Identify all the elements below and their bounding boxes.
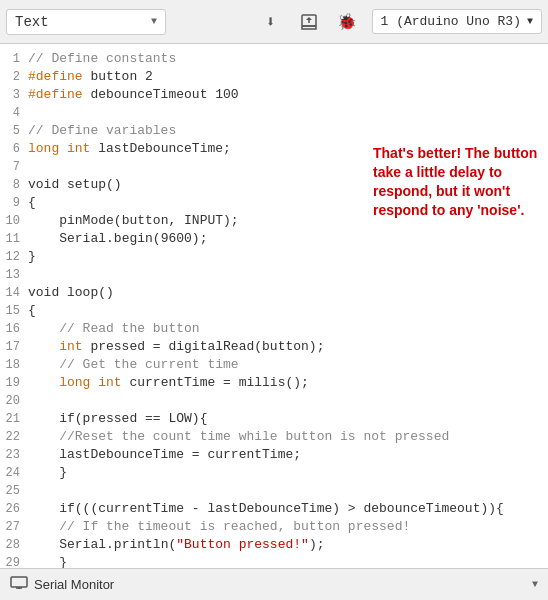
line-number: 10 [0,212,28,230]
line-number: 15 [0,302,28,320]
line-number: 13 [0,266,28,284]
token: () [98,285,114,300]
code-line: 19 long int currentTime = millis(); [0,374,548,392]
line-content: } [28,554,538,568]
line-content: pinMode(button, INPUT); [28,212,538,230]
mode-label: Text [15,14,49,30]
code-line: 28 Serial.println("Button pressed!"); [0,536,548,554]
line-number: 29 [0,554,28,568]
line-number: 11 [0,230,28,248]
mode-select[interactable]: Text ▼ [6,9,166,35]
token: ); [309,537,325,552]
code-line: 2#define button 2 [0,68,548,86]
token: millis [239,375,286,390]
debug-icon[interactable]: 🐞 [332,7,362,37]
code-line: 8void setup() [0,176,548,194]
line-content: int pressed = digitalRead(button); [28,338,538,356]
line-content: { [28,194,538,212]
upload-icon[interactable] [294,7,324,37]
token: "Button pressed!" [176,537,309,552]
line-number: 8 [0,176,28,194]
code-line: 21 if(pressed == LOW){ [0,410,548,428]
line-number: 28 [0,536,28,554]
token: pressed = [83,339,169,354]
line-number: 27 [0,518,28,536]
token: void [28,177,67,192]
line-number: 16 [0,320,28,338]
token: // Read the button [28,321,200,336]
line-content [28,392,538,410]
svg-rect-4 [11,577,27,587]
token: setup [67,177,106,192]
code-line: 9{ [0,194,548,212]
line-content: lastDebounceTime = currentTime; [28,446,538,464]
token: // Define variables [28,123,176,138]
token: lastDebounceTime; [90,141,230,156]
token: lastDebounceTime = currentTime; [28,447,301,462]
token: button 2 [83,69,153,84]
editor: 1// Define constants2#define button 23#d… [0,44,548,568]
line-content: } [28,248,538,266]
mode-chevron: ▼ [151,16,157,27]
board-chevron: ▼ [527,16,533,27]
line-number: 5 [0,122,28,140]
line-number: 2 [0,68,28,86]
token: println [114,537,169,552]
line-number: 1 [0,50,28,68]
token: { [28,195,36,210]
line-number: 3 [0,86,28,104]
bottom-bar-chevron: ▼ [532,579,538,590]
line-number: 17 [0,338,28,356]
line-content: // Define constants [28,50,538,68]
line-content: // Get the current time [28,356,538,374]
token: //Reset the count time while button is n… [28,429,449,444]
token: loop [67,285,98,300]
token: debounceTimeout 100 [83,87,239,102]
token: long int [28,141,90,156]
line-content [28,266,538,284]
monitor-svg [10,576,28,590]
token: } [28,249,36,264]
board-select[interactable]: 1 (Arduino Uno R3) ▼ [372,9,542,34]
line-content: #define debounceTimeout 100 [28,86,538,104]
line-content: long int lastDebounceTime; [28,140,538,158]
token: digitalRead [168,339,254,354]
code-line: 5// Define variables [0,122,548,140]
upload-svg [300,13,318,31]
code-line: 3#define debounceTimeout 100 [0,86,548,104]
line-content [28,158,538,176]
token: currentTime = [122,375,239,390]
toolbar-icons: ⬇ 🐞 [256,7,362,37]
code-line: 7 [0,158,548,176]
token: } [28,555,67,568]
code-line: 4 [0,104,548,122]
line-content: //Reset the count time while button is n… [28,428,538,446]
svg-rect-1 [302,26,316,29]
bottom-bar[interactable]: Serial Monitor ▼ [0,568,548,600]
code-line: 18 // Get the current time [0,356,548,374]
token: #define [28,87,83,102]
token: Serial. [28,231,114,246]
line-content: if(pressed == LOW){ [28,410,538,428]
code-line: 15{ [0,302,548,320]
code-line: 11 Serial.begin(9600); [0,230,548,248]
line-content: long int currentTime = millis(); [28,374,538,392]
code-line: 26 if(((currentTime - lastDebounceTime) … [0,500,548,518]
code-line: 22 //Reset the count time while button i… [0,428,548,446]
code-line: 27 // If the timeout is reached, button … [0,518,548,536]
token: { [28,303,36,318]
token: // Define constants [28,51,176,66]
token: void [28,285,67,300]
code-line: 12} [0,248,548,266]
line-number: 23 [0,446,28,464]
download-icon[interactable]: ⬇ [256,7,286,37]
token [28,213,59,228]
line-content: // Define variables [28,122,538,140]
code-area[interactable]: 1// Define constants2#define button 23#d… [0,44,548,568]
token: (); [285,375,308,390]
token: // Get the current time [28,357,239,372]
code-line: 29 } [0,554,548,568]
code-line: 1// Define constants [0,50,548,68]
code-line: 13 [0,266,548,284]
token: begin [114,231,153,246]
